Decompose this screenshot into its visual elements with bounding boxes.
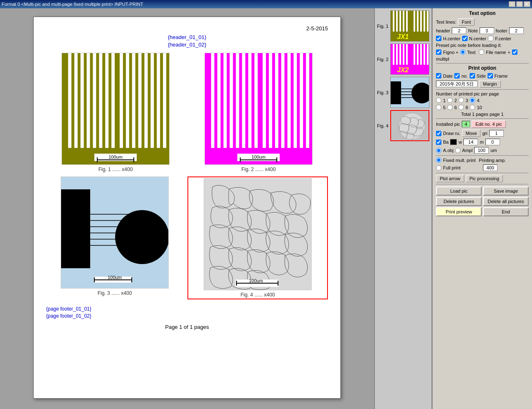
full-print-radio[interactable] bbox=[436, 165, 441, 171]
radio-8pic[interactable] bbox=[458, 105, 464, 110]
footer-input[interactable] bbox=[509, 27, 524, 34]
preview-area: 2-5-2015 {header_01_01} {header_01_02} bbox=[0, 8, 374, 409]
note-input[interactable] bbox=[480, 27, 494, 34]
thumb-label-4: Fig. 4 bbox=[377, 123, 389, 128]
fig2-image[interactable]: 100um bbox=[204, 53, 313, 165]
thumb-item-1[interactable]: Fig. 1 JX1 bbox=[377, 10, 429, 42]
fig1-scale-bar: 100um bbox=[94, 154, 137, 161]
ba-color-swatch[interactable] bbox=[450, 139, 457, 145]
thumb-img-1[interactable]: JX1 bbox=[390, 10, 429, 42]
installed-pic-label: Installed pic bbox=[436, 122, 460, 127]
label-4pic: 4 bbox=[477, 98, 479, 103]
printing-amp-input[interactable] bbox=[483, 164, 498, 171]
date-label: Date bbox=[443, 73, 453, 78]
svg-rect-35 bbox=[61, 189, 90, 268]
fig4-image[interactable]: 100um bbox=[204, 178, 312, 290]
radio-4pic[interactable] bbox=[470, 98, 475, 103]
draw-ru-row: Draw ru. Move gri bbox=[436, 130, 529, 137]
print-preview-button[interactable]: Print preview bbox=[436, 207, 482, 216]
text-option-title: Text option bbox=[436, 10, 529, 16]
footer-line2: {page footer_01_02} bbox=[46, 313, 328, 320]
delete-all-button[interactable]: Delete all pictures bbox=[483, 197, 529, 206]
m-input[interactable] bbox=[485, 139, 500, 145]
fig3-container: 100um Fig. 3 ...... x400 bbox=[46, 176, 183, 299]
fixed-mult-radio[interactable] bbox=[436, 157, 441, 163]
text-radio-label: Text bbox=[467, 50, 475, 55]
date-checkbox[interactable] bbox=[436, 73, 441, 78]
draw-ru-checkbox[interactable] bbox=[436, 131, 441, 136]
move-button[interactable]: Move bbox=[462, 130, 481, 137]
f-center-checkbox[interactable] bbox=[488, 36, 493, 41]
margin-button[interactable]: Margin bbox=[479, 80, 501, 88]
svg-rect-68 bbox=[396, 44, 398, 65]
save-image-button[interactable]: Save image bbox=[483, 186, 529, 196]
svg-rect-10 bbox=[126, 53, 129, 148]
h-center-checkbox[interactable] bbox=[436, 36, 441, 41]
title-text: Format 0 <Multi-pic and multi-page fixed… bbox=[2, 2, 143, 7]
thumb-item-4[interactable]: Fig. 4 bbox=[377, 110, 429, 141]
n-center-checkbox[interactable] bbox=[462, 36, 468, 41]
fig3-image[interactable]: 100um bbox=[61, 176, 169, 289]
date-input[interactable] bbox=[436, 81, 478, 87]
aobj-radio[interactable] bbox=[436, 148, 441, 153]
figno-checkbox[interactable] bbox=[436, 49, 441, 55]
label-1pic: 1 bbox=[443, 98, 446, 103]
radio-2pic[interactable] bbox=[447, 98, 453, 103]
load-save-row: Load pic Save image bbox=[436, 186, 529, 196]
font-button[interactable]: Font bbox=[458, 18, 475, 26]
thumb-img-3[interactable] bbox=[390, 77, 429, 108]
header-note-footer-row: header Note footer bbox=[436, 27, 529, 34]
radio-6pic[interactable] bbox=[447, 105, 453, 110]
divider-2 bbox=[436, 89, 529, 90]
svg-rect-76 bbox=[427, 44, 429, 65]
thumb-img-4[interactable] bbox=[390, 110, 429, 141]
label-5pic: 5 bbox=[443, 105, 446, 110]
load-pic-button[interactable]: Load pic bbox=[436, 186, 482, 196]
svg-rect-16 bbox=[163, 53, 166, 148]
frame-checkbox[interactable] bbox=[488, 73, 493, 78]
svg-text:JX1: JX1 bbox=[397, 33, 409, 40]
plot-arrow-button[interactable]: Plot arrow bbox=[436, 175, 464, 182]
ampl-radio[interactable] bbox=[455, 148, 461, 153]
radio-5pic[interactable] bbox=[436, 105, 441, 110]
svg-rect-28 bbox=[275, 53, 278, 148]
fig3-svg: 100um bbox=[61, 177, 169, 289]
svg-rect-18 bbox=[211, 53, 214, 148]
svg-rect-29 bbox=[281, 53, 285, 148]
svg-rect-8 bbox=[111, 53, 115, 148]
multipl-checkbox[interactable] bbox=[512, 49, 517, 55]
minimize-button[interactable]: ─ bbox=[509, 1, 515, 7]
fig1-image[interactable]: 100um bbox=[62, 53, 170, 165]
text-radio[interactable] bbox=[460, 49, 466, 55]
divider-6 bbox=[436, 184, 529, 184]
ba-checkbox[interactable] bbox=[436, 140, 441, 145]
fig1-stripes bbox=[62, 53, 169, 148]
thumb-item-2[interactable]: Fig. 2 JX2 bbox=[377, 44, 429, 75]
ampl-input[interactable] bbox=[474, 147, 489, 154]
side-checkbox[interactable] bbox=[470, 73, 475, 78]
filename-radio[interactable] bbox=[479, 49, 484, 55]
gri-input[interactable] bbox=[489, 130, 504, 137]
thumb-img-2[interactable]: JX2 bbox=[390, 44, 429, 75]
svg-rect-23 bbox=[242, 53, 245, 148]
total-pages-label: Total 1 pages page 1 bbox=[436, 112, 529, 117]
footer-label: footer bbox=[496, 28, 507, 33]
delete-pictures-button[interactable]: Delete pictures bbox=[436, 197, 482, 206]
svg-rect-20 bbox=[224, 53, 227, 148]
label-10pic: 10 bbox=[477, 105, 482, 110]
divider-1 bbox=[436, 63, 529, 64]
print-option-title: Print option bbox=[436, 65, 529, 71]
edit-no-button[interactable]: Edit no. 4 pic bbox=[472, 120, 506, 128]
header-input[interactable] bbox=[452, 27, 466, 34]
w-input[interactable] bbox=[463, 139, 478, 145]
radio-10pic[interactable] bbox=[470, 105, 475, 110]
radio-1pic[interactable] bbox=[436, 98, 441, 103]
maximize-button[interactable]: □ bbox=[516, 1, 523, 7]
radio-3pic[interactable] bbox=[458, 98, 464, 103]
pic-processing-button[interactable]: Pic processing bbox=[466, 175, 503, 182]
ampl-label: Ampl bbox=[462, 148, 473, 153]
end-button[interactable]: End bbox=[483, 207, 529, 216]
thumb-item-3[interactable]: Fig. 3 bbox=[377, 77, 429, 108]
close-button[interactable]: ✕ bbox=[524, 1, 530, 7]
no-checkbox[interactable] bbox=[454, 73, 460, 78]
